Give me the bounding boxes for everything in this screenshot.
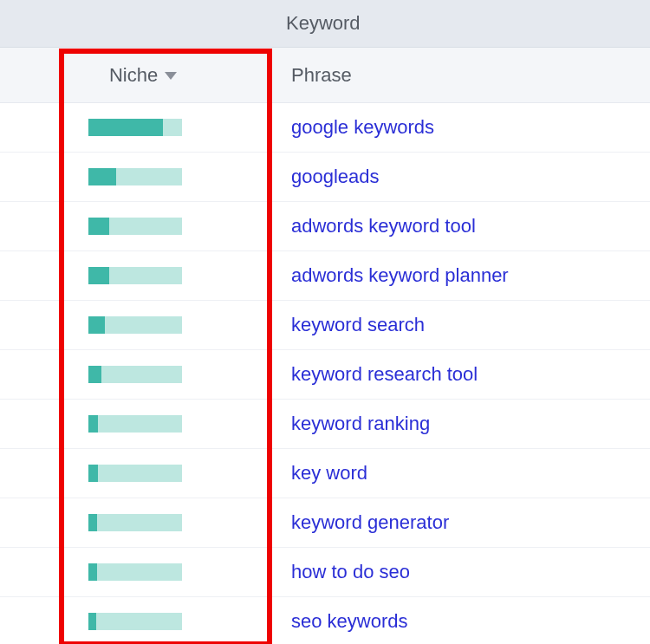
keyword-group-label: Keyword [286, 12, 361, 35]
niche-bar-cell [0, 301, 286, 349]
phrase-cell: keyword search [286, 314, 650, 336]
niche-bar-cell [0, 548, 286, 596]
niche-bar-cell [0, 202, 286, 250]
niche-bar-background [88, 119, 182, 136]
table-row: key word [0, 449, 650, 498]
niche-bar-background [88, 218, 182, 235]
keyword-phrase-link[interactable]: keyword generator [291, 511, 449, 533]
keyword-phrase-link[interactable]: adwords keyword tool [291, 215, 476, 237]
phrase-cell: keyword generator [286, 511, 650, 534]
phrase-cell: keyword ranking [286, 413, 650, 435]
phrase-cell: google keywords [286, 116, 650, 139]
table-row: keyword ranking [0, 400, 650, 449]
table-row: adwords keyword planner [0, 251, 650, 301]
niche-bar-background [88, 613, 182, 630]
niche-bar-fill [88, 514, 97, 531]
phrase-column-header[interactable]: Phrase [286, 64, 352, 87]
niche-bar-fill [88, 465, 98, 482]
niche-column-header[interactable]: Niche [0, 48, 286, 102]
niche-bar-cell [0, 350, 286, 399]
niche-bar-background [88, 465, 182, 482]
phrase-cell: adwords keyword tool [286, 215, 650, 237]
niche-bar-fill [88, 267, 109, 284]
niche-bar-fill [88, 168, 116, 185]
keyword-phrase-link[interactable]: how to do seo [291, 561, 410, 582]
niche-bar-cell [0, 103, 286, 152]
table-row: keyword search [0, 301, 650, 350]
niche-bar-fill [88, 316, 105, 334]
table-row: keyword research tool [0, 350, 650, 400]
niche-bar-background [88, 267, 182, 284]
table-row: adwords keyword tool [0, 202, 650, 251]
keyword-phrase-link[interactable]: seo keywords [291, 610, 408, 632]
keyword-phrase-link[interactable]: key word [291, 462, 367, 484]
niche-bar-background [88, 316, 182, 334]
phrase-cell: key word [286, 462, 650, 485]
column-header-row: Niche Phrase [0, 48, 650, 103]
niche-bar-background [88, 514, 182, 531]
niche-bar-fill [88, 563, 97, 581]
niche-bar-background [88, 168, 182, 185]
niche-bar-cell [0, 498, 286, 547]
table-row: seo keywords [0, 597, 650, 644]
table-row: googleads [0, 153, 650, 202]
niche-bar-cell [0, 597, 286, 644]
niche-bar-fill [88, 415, 98, 433]
table-row: keyword generator [0, 498, 650, 548]
niche-bar-cell [0, 449, 286, 498]
table-body: google keywordsgoogleadsadwords keyword … [0, 103, 650, 644]
niche-bar-fill [88, 613, 96, 630]
sort-desc-icon [165, 72, 177, 80]
phrase-cell: googleads [286, 166, 650, 188]
table-header-bar: Keyword [0, 0, 650, 48]
keyword-phrase-link[interactable]: google keywords [291, 116, 434, 138]
niche-bar-cell [0, 251, 286, 300]
niche-bar-cell [0, 400, 286, 448]
keyword-phrase-link[interactable]: keyword ranking [291, 413, 430, 434]
niche-bar-background [88, 415, 182, 433]
keyword-phrase-link[interactable]: keyword search [291, 314, 425, 335]
keyword-phrase-link[interactable]: adwords keyword planner [291, 264, 509, 286]
table-row: how to do seo [0, 548, 650, 597]
niche-bar-fill [88, 218, 109, 235]
niche-bar-fill [88, 119, 163, 136]
niche-bar-fill [88, 366, 101, 383]
phrase-cell: keyword research tool [286, 363, 650, 386]
niche-bar-cell [0, 153, 286, 201]
phrase-cell: adwords keyword planner [286, 264, 650, 287]
niche-bar-background [88, 366, 182, 383]
phrase-cell: seo keywords [286, 610, 650, 633]
keyword-phrase-link[interactable]: googleads [291, 166, 380, 187]
keyword-table-container: Keyword Niche Phrase google keywordsgoog… [0, 0, 650, 644]
phrase-cell: how to do seo [286, 561, 650, 583]
keyword-phrase-link[interactable]: keyword research tool [291, 363, 478, 385]
table-row: google keywords [0, 103, 650, 153]
niche-bar-background [88, 563, 182, 581]
niche-column-label: Niche [109, 64, 158, 87]
